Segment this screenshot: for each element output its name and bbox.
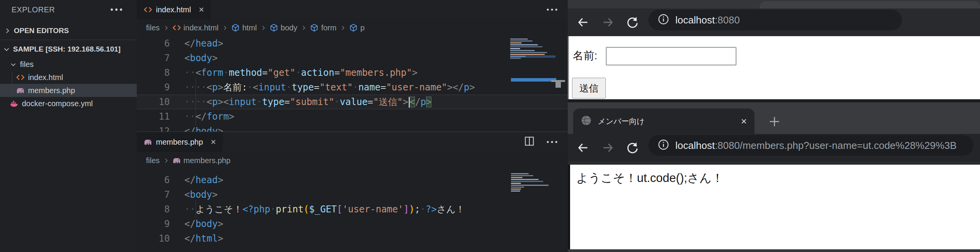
reload-icon[interactable] [625, 8, 639, 36]
code-line-10: 10</html> [137, 231, 568, 246]
code-line-7: 7<body> [137, 51, 568, 65]
breadcrumb-separator-icon [260, 25, 266, 31]
code-line-8: 8··ようこそ！<?php·print($_GET['user-name']);… [137, 202, 568, 217]
address-bar[interactable]: localhost:8080 [648, 10, 902, 30]
code-editor-members-php[interactable]: 6</head>7<body>8··ようこそ！<?php·print($_GET… [137, 173, 568, 252]
chevron-down-icon [3, 46, 10, 53]
breadcrumb-label: html [242, 23, 257, 32]
tab-members-php[interactable]: members.php × [137, 132, 223, 152]
line-number: 10 [137, 231, 170, 246]
minimap-slider[interactable] [511, 78, 556, 82]
breadcrumb-separator-icon [163, 25, 169, 31]
open-editors-label: OPEN EDITORS [14, 27, 69, 35]
forward-icon[interactable] [601, 134, 615, 162]
more-actions-icon[interactable] [546, 140, 558, 144]
url-host: localhost [675, 14, 715, 26]
url-path: :8080 [715, 14, 740, 26]
code-line-content: ··<form·method="get"·action="members.php… [184, 65, 418, 80]
open-editors-section[interactable]: OPEN EDITORS [0, 24, 141, 38]
code-line-content: ··ようこそ！<?php·print($_GET['user-name']);·… [184, 202, 465, 217]
tree-item-index-html[interactable]: index.html [0, 71, 137, 84]
back-icon[interactable] [576, 134, 590, 162]
breadcrumb-item[interactable]: files [146, 23, 160, 32]
browser-column: localhost:8080 名前: 送信 メンバー向け × loca [568, 0, 980, 252]
breadcrumb-label: p [360, 23, 365, 32]
line-number: 12 [137, 124, 170, 132]
breadcrumb-item[interactable]: files [146, 156, 160, 165]
tab-label: index.html [156, 5, 191, 14]
php-icon [172, 156, 181, 165]
code-line-12: 12</body> [137, 124, 568, 132]
close-icon[interactable]: × [199, 5, 204, 14]
php-icon [144, 138, 152, 146]
code-line-10: 10····<p><input·type="submit"·value="送信"… [137, 95, 568, 109]
symbol-icon [231, 23, 240, 32]
workspace-root-section[interactable]: SAMPLE [SSH: 192.168.56.101] [0, 42, 140, 56]
tab-index-html[interactable]: index.html × [137, 0, 211, 19]
breadcrumb-item[interactable]: html [231, 23, 257, 32]
breadcrumb-item[interactable]: body [270, 23, 297, 32]
breadcrumb-item[interactable]: index.html [172, 23, 219, 32]
code-line-9: 9····<p>名前:·<input·type="text"·name="use… [137, 80, 568, 95]
chevron-down-icon [10, 61, 17, 68]
symbol-icon [310, 23, 318, 32]
browser2-active-tab[interactable]: メンバー向け × [573, 108, 754, 134]
site-info-icon[interactable] [658, 139, 669, 152]
code-line-content: </head> [184, 173, 223, 187]
line-number: 8 [137, 65, 170, 80]
explorer-title: EXPLORER [12, 5, 55, 14]
scroll-indicator [555, 82, 561, 88]
back-icon[interactable] [576, 8, 590, 36]
user-name-input[interactable] [606, 47, 736, 65]
minimap[interactable] [511, 173, 556, 192]
html-icon [144, 5, 152, 14]
tree-item-members-php[interactable]: members.php [0, 84, 137, 97]
tree-item-docker-compose-yml[interactable]: docker-compose.yml [0, 97, 137, 110]
chevron-right-icon [4, 27, 11, 34]
docker-icon [10, 99, 18, 108]
breadcrumb-separator-icon [163, 158, 169, 164]
tree-indent-guide [12, 72, 12, 98]
sidebar-divider [0, 40, 137, 40]
toolbar-shadow [568, 162, 980, 165]
address-bar[interactable]: localhost:8080/members.php?user-name=ut.… [648, 135, 973, 156]
breadcrumb-item[interactable]: members.php [172, 156, 230, 165]
tree-item-label: docker-compose.yml [22, 99, 93, 108]
code-editor-index-html[interactable]: 6</head>7<body>8··<form·method="get"·act… [137, 36, 568, 132]
submit-button[interactable]: 送信 [572, 78, 606, 98]
html-icon [172, 23, 181, 32]
line-number: 7 [137, 187, 170, 202]
browser2-toolbar: localhost:8080/members.php?user-name=ut.… [568, 134, 980, 162]
new-tab-icon[interactable] [764, 111, 785, 132]
code-line-content: <body> [184, 187, 218, 202]
tree-item-files[interactable]: files [0, 58, 137, 71]
breadcrumbs[interactable]: filesindex.htmlhtmlbodyformp [137, 19, 568, 36]
line-number: 6 [137, 173, 170, 187]
explorer-more-icon[interactable] [110, 8, 123, 12]
more-actions-icon[interactable] [546, 8, 558, 11]
split-editor-icon[interactable] [524, 136, 535, 148]
code-line-content: ····<p><input·type="submit"·value="送信"><… [184, 95, 431, 109]
minimap-current-line-highlight [510, 55, 555, 58]
html-icon [16, 73, 25, 82]
browser1-page: 名前: 送信 [568, 36, 980, 99]
reload-icon[interactable] [625, 134, 639, 162]
editor-actions [546, 0, 558, 19]
breadcrumbs[interactable]: filesmembers.php [137, 152, 568, 169]
code-line-6: 6</head> [137, 173, 568, 187]
breadcrumb-label: files [146, 23, 160, 32]
line-number: 7 [137, 51, 170, 65]
editor-area: index.html × filesindex.htmlhtmlbodyform… [137, 0, 568, 252]
breadcrumb-separator-icon [301, 25, 307, 31]
close-icon[interactable]: × [741, 115, 747, 127]
forward-icon[interactable] [601, 8, 615, 36]
breadcrumb-label: form [321, 23, 337, 32]
code-line-content: <body> [184, 51, 218, 65]
breadcrumb-item[interactable]: p [349, 23, 365, 32]
workspace-root-label: SAMPLE [SSH: 192.168.56.101] [13, 45, 121, 53]
tab-bar: index.html × [137, 0, 568, 19]
site-info-icon[interactable] [658, 13, 669, 27]
url-text: localhost:8080 [675, 14, 740, 26]
close-icon[interactable]: × [211, 137, 216, 147]
breadcrumb-item[interactable]: form [310, 23, 337, 32]
